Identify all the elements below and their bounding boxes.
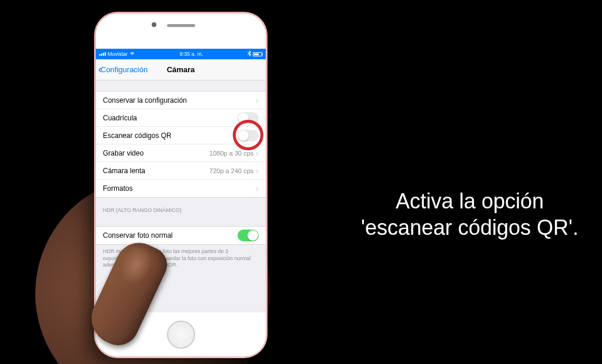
speaker-icon [167,24,195,27]
front-camera-icon [152,22,156,27]
chevron-right-icon: › [256,149,259,158]
instruction-line2: 'escanear códigos QR'. [361,214,578,241]
status-time: 9:35 a. m. [179,51,203,57]
toggle-grid[interactable] [238,112,259,124]
home-button[interactable] [167,321,195,349]
row-value: 1080p a 30 cps [209,150,253,157]
settings-group-2: Conservar foto normal [96,226,266,245]
row-scan-qr[interactable]: Escanear códigos QR [96,127,266,144]
page-title: Cámara [167,65,195,74]
row-formats[interactable]: Formatos › [96,180,266,197]
chevron-right-icon: › [256,96,259,105]
row-value: 720p a 240 cps [209,167,253,174]
instruction-text: Activa la opción 'escanear códigos QR'. [361,188,578,241]
row-label: Cámara lenta [103,167,209,175]
row-grid[interactable]: Cuadrícula [96,109,266,127]
wifi-icon [129,51,135,57]
row-label: Escanear códigos QR [103,132,238,140]
row-label: Formatos [103,184,256,193]
signal-icon [99,52,106,56]
phone-bezel-top [96,14,266,49]
chevron-right-icon: › [256,166,259,176]
chevron-right-icon: › [256,184,259,193]
row-label: Cuadrícula [103,114,238,122]
instruction-line1: Activa la opción [361,188,578,214]
section-header-hdr: HDR (ALTO RANGO DINÁMICO) [96,198,266,215]
carrier-label: Movistar [108,51,128,57]
row-label: Conservar la configuración [103,96,256,105]
back-button[interactable]: ‹ Configuración [96,63,148,76]
navigation-bar: ‹ Configuración Cámara [96,59,266,80]
settings-group-1: Conservar la configuración › Cuadrícula … [96,91,266,198]
row-keep-normal[interactable]: Conservar foto normal [96,227,266,244]
row-slow-motion[interactable]: Cámara lenta 720p a 240 cps › [96,162,266,180]
status-bar: Movistar 9:35 a. m. [96,49,266,59]
toggle-keep-normal[interactable] [238,230,259,241]
battery-icon [253,52,262,56]
row-label: Conservar foto normal [103,231,238,240]
toggle-scan-qr[interactable] [238,130,259,141]
bluetooth-icon [248,50,251,58]
row-label: Grabar video [103,149,209,157]
back-label: Configuración [101,65,148,74]
row-record-video[interactable]: Grabar video 1080p a 30 cps › [96,144,266,162]
row-preserve-settings[interactable]: Conservar la configuración › [96,92,266,109]
